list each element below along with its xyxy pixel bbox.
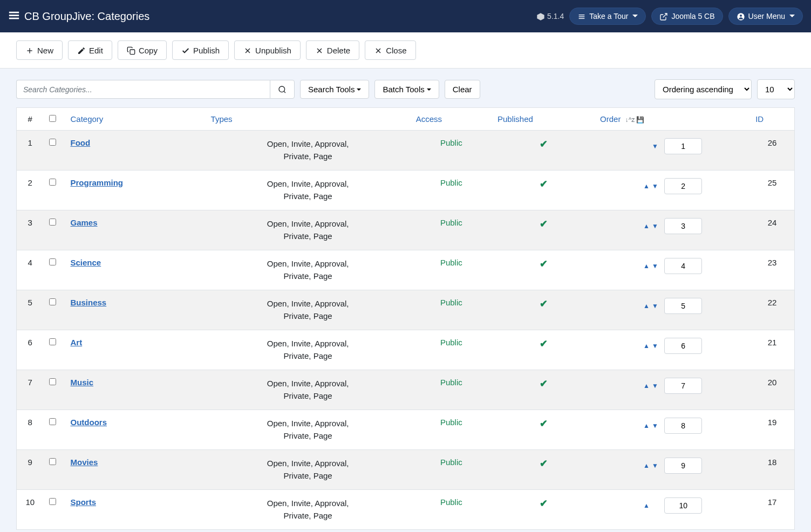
site-link-button[interactable]: Joomla 5 CB xyxy=(651,8,723,24)
published-check-icon[interactable]: ✔ xyxy=(540,139,548,149)
order-input[interactable] xyxy=(664,497,702,514)
order-up-icon[interactable]: ▲ xyxy=(643,182,650,190)
order-down-icon[interactable]: ▼ xyxy=(651,302,659,310)
row-checkbox[interactable] xyxy=(49,139,56,146)
edit-button[interactable]: Edit xyxy=(68,40,112,60)
order-up-icon[interactable]: ▲ xyxy=(643,302,650,310)
order-up-icon[interactable]: ▲ xyxy=(643,422,650,429)
take-tour-button[interactable]: Take a Tour xyxy=(569,8,646,24)
published-check-icon[interactable]: ✔ xyxy=(540,179,548,189)
col-access[interactable]: Access xyxy=(411,108,492,131)
order-down-icon[interactable]: ▼ xyxy=(651,142,659,150)
copy-label: Copy xyxy=(139,46,158,55)
chevron-down-icon xyxy=(632,15,638,17)
order-down-icon[interactable]: ▼ xyxy=(651,342,659,350)
order-input[interactable] xyxy=(664,258,702,274)
category-cell: Programming xyxy=(65,170,206,210)
close-button[interactable]: Close xyxy=(365,40,415,60)
row-checkbox[interactable] xyxy=(49,179,56,186)
order-cell: ▲▼ xyxy=(595,370,750,410)
col-order[interactable]: Order ↓ᴬᴢ 💾 xyxy=(595,108,750,131)
order-up-icon[interactable]: ▲ xyxy=(643,342,650,350)
clear-button[interactable]: Clear xyxy=(445,80,480,99)
search-button[interactable] xyxy=(270,80,295,98)
row-checkbox[interactable] xyxy=(49,219,56,226)
user-menu-button[interactable]: User Menu xyxy=(728,8,803,24)
category-link[interactable]: Food xyxy=(71,138,91,147)
published-check-icon[interactable]: ✔ xyxy=(540,378,548,389)
order-input[interactable] xyxy=(664,458,702,474)
order-input[interactable] xyxy=(664,418,702,434)
category-link[interactable]: Business xyxy=(71,298,107,307)
order-up-icon[interactable]: ▲ xyxy=(643,502,650,509)
category-link[interactable]: Games xyxy=(71,218,98,227)
order-up-icon[interactable]: ▲ xyxy=(643,222,650,230)
order-input[interactable] xyxy=(664,178,702,194)
col-category[interactable]: Category xyxy=(65,108,206,131)
category-link[interactable]: Science xyxy=(71,258,101,267)
order-down-icon[interactable]: ▼ xyxy=(651,462,659,469)
copy-button[interactable]: Copy xyxy=(118,40,167,60)
order-cell: ▲▼ xyxy=(595,210,750,250)
access-value: Public xyxy=(440,298,462,307)
published-check-icon[interactable]: ✔ xyxy=(540,498,548,509)
published-check-icon[interactable]: ✔ xyxy=(540,298,548,309)
row-number: 6 xyxy=(17,330,44,370)
order-down-icon[interactable]: ▼ xyxy=(651,222,659,230)
ordering-select[interactable]: Ordering ascending xyxy=(655,79,752,99)
row-checkbox[interactable] xyxy=(49,258,56,265)
close-label: Close xyxy=(386,46,406,55)
order-down-icon[interactable]: ▼ xyxy=(651,182,659,190)
select-all-checkbox[interactable] xyxy=(49,115,56,122)
batch-tools-button[interactable]: Batch Tools xyxy=(374,80,439,99)
order-up-icon[interactable]: ▲ xyxy=(643,262,650,270)
order-down-icon[interactable]: ▼ xyxy=(651,262,659,270)
published-check-icon[interactable]: ✔ xyxy=(540,418,548,429)
row-checkbox[interactable] xyxy=(49,498,56,505)
row-checkbox[interactable] xyxy=(49,418,56,425)
search-input[interactable] xyxy=(16,80,270,98)
row-checkbox[interactable] xyxy=(49,458,56,465)
category-link[interactable]: Movies xyxy=(71,458,98,467)
access-cell: Public xyxy=(411,210,492,250)
order-down-icon[interactable]: ▼ xyxy=(651,382,659,390)
row-checkbox[interactable] xyxy=(49,378,56,385)
new-button[interactable]: New xyxy=(16,40,63,60)
published-cell: ✔ xyxy=(492,170,595,210)
category-cell: Music xyxy=(65,370,206,410)
row-checkbox-cell xyxy=(44,370,65,410)
published-check-icon[interactable]: ✔ xyxy=(540,338,548,349)
order-input[interactable] xyxy=(664,298,702,314)
limit-select[interactable]: 10 xyxy=(757,79,795,99)
unpublish-button[interactable]: Unpublish xyxy=(234,40,301,60)
order-input[interactable] xyxy=(664,218,702,234)
table-row: 1 Food Open, Invite, Approval,Private, P… xyxy=(17,131,795,170)
published-check-icon[interactable]: ✔ xyxy=(540,219,548,229)
published-check-icon[interactable]: ✔ xyxy=(540,258,548,269)
search-tools-button[interactable]: Search Tools xyxy=(300,80,369,99)
col-id[interactable]: ID xyxy=(750,108,794,131)
publish-button[interactable]: Publish xyxy=(172,40,229,60)
published-check-icon[interactable]: ✔ xyxy=(540,458,548,469)
col-types[interactable]: Types xyxy=(206,108,411,131)
access-value: Public xyxy=(440,258,462,267)
category-link[interactable]: Music xyxy=(71,378,94,387)
delete-button[interactable]: Delete xyxy=(306,40,359,60)
category-link[interactable]: Programming xyxy=(71,178,124,187)
order-input[interactable] xyxy=(664,138,702,154)
chevron-down-icon xyxy=(789,15,795,17)
col-published[interactable]: Published xyxy=(492,108,595,131)
order-up-icon[interactable]: ▲ xyxy=(643,382,650,390)
order-up-icon[interactable]: ▲ xyxy=(643,462,650,469)
row-checkbox-cell xyxy=(44,410,65,450)
category-link[interactable]: Sports xyxy=(71,497,97,507)
order-input[interactable] xyxy=(664,378,702,394)
order-down-icon[interactable]: ▼ xyxy=(651,422,659,429)
category-link[interactable]: Art xyxy=(71,338,83,347)
category-link[interactable]: Outdoors xyxy=(71,418,107,427)
row-checkbox[interactable] xyxy=(49,298,56,305)
order-input[interactable] xyxy=(664,338,702,354)
published-cell: ✔ xyxy=(492,330,595,370)
row-number: 3 xyxy=(17,210,44,250)
row-checkbox[interactable] xyxy=(49,338,56,345)
